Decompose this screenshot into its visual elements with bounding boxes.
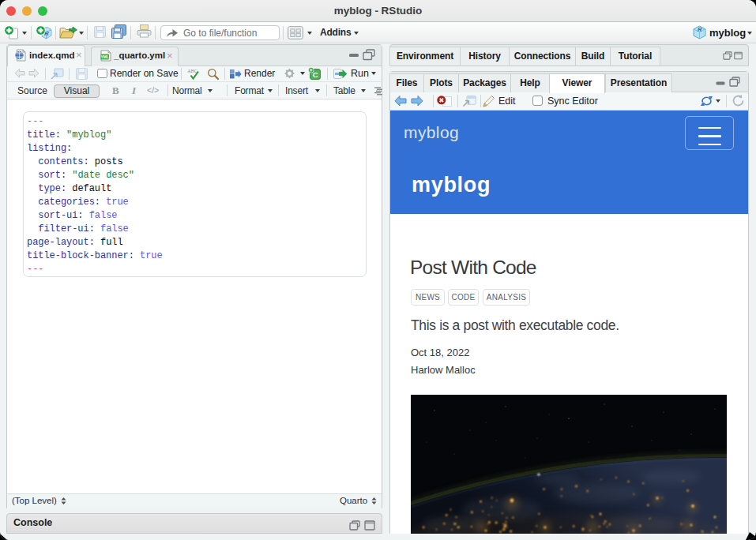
svg-text:R: R [698, 26, 702, 33]
svg-text:ABC: ABC [187, 68, 197, 73]
svg-text:YML: YML [101, 54, 110, 59]
